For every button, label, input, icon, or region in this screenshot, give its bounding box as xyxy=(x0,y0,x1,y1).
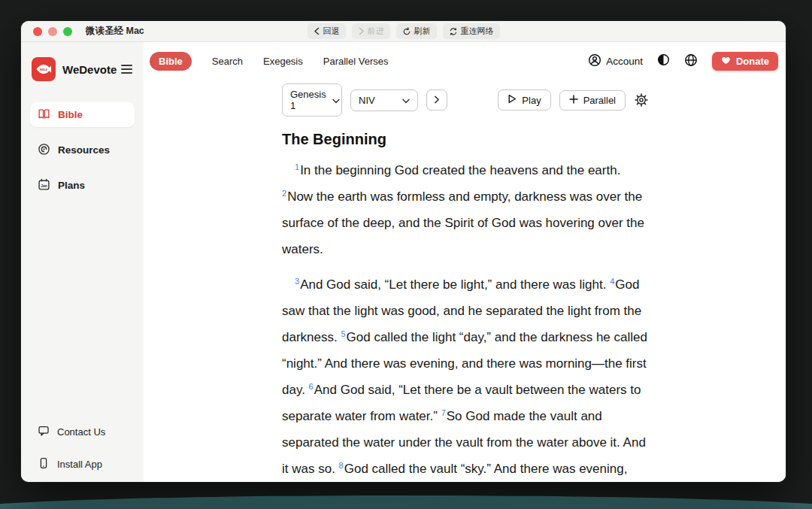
phone-icon xyxy=(38,457,50,471)
chevron-right-icon xyxy=(434,93,440,107)
verse-number: 5 xyxy=(341,329,345,338)
install-app-item[interactable]: Install App xyxy=(30,454,135,474)
verse-paragraph: 1In the beginning God created the heaven… xyxy=(282,157,648,262)
header-actions: Account xyxy=(588,52,778,71)
forward-button-label: 前进 xyxy=(368,26,384,37)
add-parallel-button[interactable]: Parallel xyxy=(559,90,626,111)
version-value: NIV xyxy=(359,95,375,106)
scripture-content: The Beginning 1In the beginning God crea… xyxy=(282,131,648,482)
minimize-window-button[interactable] xyxy=(48,27,57,36)
tab-exegesis[interactable]: Exegesis xyxy=(263,56,303,67)
refresh-icon xyxy=(402,27,411,36)
bible-book-icon xyxy=(38,108,50,123)
verse-paragraph: 3And God said, “Let there be light,” and… xyxy=(282,271,648,482)
forward-button[interactable]: 前进 xyxy=(352,23,390,39)
main-panel: Bible Search Exegesis Parallel Verses Ac… xyxy=(144,42,786,482)
logo-text: BIBLE xyxy=(40,68,48,71)
verse-number: 1 xyxy=(295,162,299,171)
play-button[interactable]: Play xyxy=(498,89,550,111)
app-window: 微读圣经 Mac 回退 前进 xyxy=(21,21,786,482)
refresh-button-label: 刷新 xyxy=(414,26,431,37)
desktop-background: 微读圣经 Mac 回退 前进 xyxy=(0,0,812,509)
donate-button[interactable]: Donate xyxy=(712,52,778,71)
window-title: 微读圣经 Mac xyxy=(86,25,144,38)
version-select[interactable]: NIV xyxy=(350,89,418,111)
theme-contrast-toggle[interactable] xyxy=(657,53,670,69)
book-chapter-value: Genesis 1 xyxy=(290,89,326,111)
verse-number: 3 xyxy=(295,277,299,286)
contact-us-label: Contact Us xyxy=(57,426,105,438)
bible-text: 1In the beginning God created the heaven… xyxy=(282,157,648,482)
parallel-label: Parallel xyxy=(583,95,616,106)
brand-row: BIBLE WeDevote xyxy=(32,57,133,81)
verse-text: And God said, “Let there be light,” and … xyxy=(300,277,606,292)
account-person-icon xyxy=(588,53,601,69)
sidebar-footer: Contact Us Install App xyxy=(30,422,135,477)
language-globe-button[interactable] xyxy=(684,53,698,70)
chevron-down-icon xyxy=(402,95,410,106)
chat-bubble-icon xyxy=(38,425,50,439)
toolbar-left: Genesis 1 NIV xyxy=(282,83,447,117)
verse-number: 7 xyxy=(441,408,446,417)
brand-name: WeDevote xyxy=(62,63,120,76)
book-chapter-select[interactable]: Genesis 1 xyxy=(282,83,342,117)
refresh-button[interactable]: 刷新 xyxy=(396,23,437,39)
traffic-lights xyxy=(33,27,72,36)
resources-disc-icon xyxy=(38,143,50,158)
sidebar-item-label: Resources xyxy=(58,144,110,156)
heart-icon xyxy=(721,56,731,67)
account-button[interactable]: Account xyxy=(588,53,643,69)
window-titlebar: 微读圣经 Mac 回退 前进 xyxy=(21,21,786,42)
verse-number: 2 xyxy=(282,189,286,198)
chevron-right-icon xyxy=(358,27,365,35)
account-label: Account xyxy=(606,56,643,67)
sidebar-item-resources[interactable]: Resources xyxy=(30,138,135,162)
close-window-button[interactable] xyxy=(33,27,42,36)
next-chapter-button[interactable] xyxy=(426,89,447,111)
globe-icon xyxy=(684,53,698,70)
install-app-label: Install App xyxy=(57,459,102,470)
sidebar-item-plans[interactable]: Jan Plans xyxy=(30,173,135,198)
calendar-month-text: Jan xyxy=(41,184,47,188)
verse-text: In the beginning God created the heavens… xyxy=(300,163,620,177)
chevron-down-icon xyxy=(332,95,340,106)
window-body: BIBLE WeDevote Bible Resourc xyxy=(21,42,786,482)
sidebar-item-label: Bible xyxy=(58,109,83,120)
section-heading: The Beginning xyxy=(282,131,648,148)
reconnect-icon xyxy=(449,27,458,36)
sidebar: BIBLE WeDevote Bible Resourc xyxy=(21,42,144,482)
tab-search[interactable]: Search xyxy=(212,56,243,67)
tab-bible[interactable]: Bible xyxy=(150,52,192,71)
contrast-icon xyxy=(657,53,670,69)
reading-toolbar: Genesis 1 NIV xyxy=(282,83,648,117)
sidebar-item-bible[interactable]: Bible xyxy=(30,102,135,127)
main-header: Bible Search Exegesis Parallel Verses Ac… xyxy=(144,52,786,71)
menu-hamburger-icon[interactable] xyxy=(120,62,133,76)
plus-icon xyxy=(569,95,578,106)
verse-number: 8 xyxy=(339,461,344,470)
sidebar-item-label: Plans xyxy=(58,180,85,191)
tab-parallel-verses[interactable]: Parallel Verses xyxy=(323,56,389,67)
calendar-icon: Jan xyxy=(38,178,50,193)
verse-text: Now the earth was formless and empty, da… xyxy=(282,189,644,256)
contact-us-item[interactable]: Contact Us xyxy=(30,422,135,442)
verse-number: 6 xyxy=(309,382,314,391)
zoom-window-button[interactable] xyxy=(63,27,72,36)
tab-bar: Bible Search Exegesis Parallel Verses xyxy=(150,52,388,71)
chevron-left-icon xyxy=(314,27,320,35)
donate-label: Donate xyxy=(736,56,769,67)
toolbar-right: Play Parallel xyxy=(498,89,648,111)
verse-number: 4 xyxy=(610,277,614,286)
reconnect-network-button[interactable]: 重连网络 xyxy=(443,23,500,39)
back-button-label: 回退 xyxy=(323,26,340,37)
settings-gear-icon[interactable] xyxy=(635,93,648,107)
play-label: Play xyxy=(522,95,541,106)
titlebar-nav-group: 回退 前进 刷新 重连 xyxy=(308,23,500,39)
wedevote-fish-logo-icon: BIBLE xyxy=(32,57,56,81)
reconnect-button-label: 重连网络 xyxy=(461,26,494,37)
play-icon xyxy=(508,94,517,106)
back-button[interactable]: 回退 xyxy=(308,23,346,39)
